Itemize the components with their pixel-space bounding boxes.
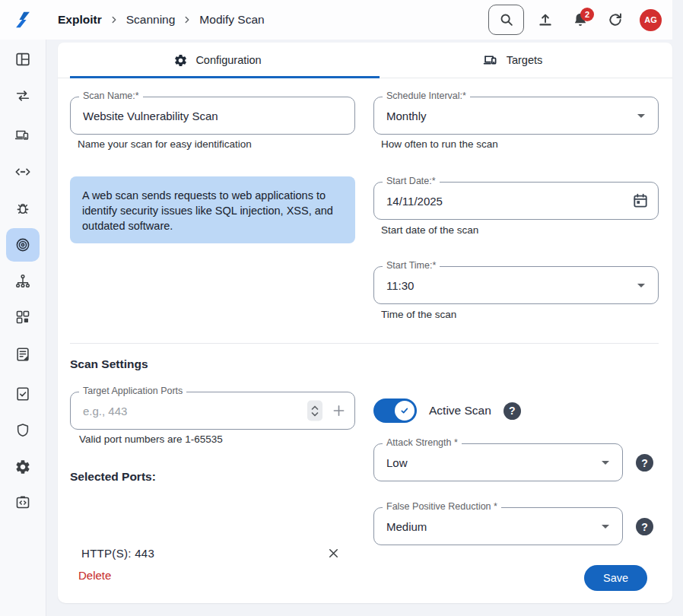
notifications-button[interactable]: 2 (567, 5, 594, 35)
sidebar-item-integrations[interactable] (6, 486, 40, 519)
breadcrumb: Exploitr Scanning Modify Scan (58, 0, 265, 40)
schedule-interval-label: Schedule Interval:* (383, 90, 470, 101)
scan-info-box: A web scan sends requests to web applica… (70, 176, 355, 243)
plus-icon (331, 403, 347, 419)
start-time-helper: Time of the scan (381, 309, 456, 320)
number-stepper[interactable] (307, 401, 322, 421)
chevron-down-icon[interactable] (596, 453, 615, 472)
sidebar-item-tasks[interactable] (6, 377, 40, 411)
tab-targets[interactable]: Targets (365, 43, 660, 78)
start-date-helper: Start date of the scan (381, 224, 478, 236)
section-divider (70, 343, 659, 344)
chevron-down-icon[interactable] (632, 276, 650, 294)
sidebar-item-sitemap[interactable] (6, 265, 40, 298)
sidebar-item-settings[interactable] (6, 450, 40, 484)
search-icon (498, 11, 515, 28)
modify-scan-panel: Configuration Targets Scan Name:* Name y… (58, 43, 672, 603)
active-scan-toggle[interactable] (373, 398, 417, 423)
upload-icon (537, 11, 554, 28)
false-positive-select[interactable]: False Positive Reduction * Medium (373, 507, 623, 545)
active-tab-indicator (70, 76, 380, 78)
chevron-down-icon[interactable] (632, 106, 650, 125)
integrations-icon (14, 494, 31, 511)
start-time-value: 11:30 (374, 279, 414, 292)
scan-target-icon (14, 237, 31, 253)
sidebar-item-bug[interactable] (6, 192, 40, 225)
chevron-down-icon[interactable] (596, 517, 615, 535)
active-scan-help-icon[interactable]: ? (504, 402, 521, 420)
scan-settings-title: Scan Settings (70, 357, 148, 371)
target-ports-input[interactable] (71, 405, 261, 418)
breadcrumb-chevron-icon (109, 14, 119, 25)
save-button[interactable]: Save (584, 565, 647, 591)
blocks-icon (14, 309, 31, 325)
breadcrumb-root[interactable]: Exploitr (58, 13, 102, 27)
attack-strength-value: Low (374, 456, 408, 469)
breadcrumb-section[interactable]: Scanning (126, 13, 176, 27)
refresh-button[interactable] (602, 5, 629, 35)
start-date-label: Start Date:* (383, 176, 440, 186)
sidebar-item-defense[interactable] (6, 414, 40, 447)
start-time-select[interactable]: Start Time:* 11:30 (373, 266, 659, 304)
active-scan-label: Active Scan (429, 404, 491, 418)
devices-icon (14, 127, 31, 144)
breadcrumb-page: Modify Scan (199, 13, 264, 27)
false-positive-value: Medium (374, 520, 427, 533)
upload-button[interactable] (532, 5, 559, 35)
tab-bar: Configuration Targets (58, 43, 672, 78)
sidebar-item-components[interactable] (6, 300, 40, 334)
settings-icon (14, 459, 31, 475)
app-logo-icon[interactable] (13, 10, 33, 30)
attack-strength-help-icon[interactable]: ? (636, 454, 653, 472)
refresh-icon (607, 11, 624, 28)
sidebar-nav (0, 40, 46, 616)
target-ports-field[interactable]: Target Application Ports (70, 392, 355, 430)
scan-name-helper: Name your scan for easy identification (78, 138, 252, 150)
breadcrumb-chevron-icon (182, 14, 192, 25)
header-actions: 2 AG (488, 0, 668, 40)
app-header: Exploitr Scanning Modify Scan 2 (0, 0, 672, 40)
false-positive-help-icon[interactable]: ? (636, 518, 653, 535)
tab-targets-label: Targets (507, 54, 543, 66)
schedule-interval-helper: How often to run the scan (381, 138, 498, 150)
sidebar-item-transfers[interactable] (6, 79, 40, 113)
sidebar-item-dashboard[interactable] (6, 43, 40, 76)
selected-ports-title: Selected Ports: (70, 470, 156, 484)
target-ports-helper: Valid port numbers are 1-65535 (79, 433, 223, 445)
code-icon (14, 164, 31, 180)
target-ports-label: Target Application Ports (79, 386, 186, 396)
search-button[interactable] (488, 5, 524, 35)
gear-icon (173, 53, 188, 68)
start-date-field[interactable]: Start Date:* 14/11/2025 (373, 182, 659, 220)
delete-button[interactable]: Delete (78, 569, 111, 582)
tab-configuration[interactable]: Configuration (70, 43, 365, 78)
scan-name-label: Scan Name:* (79, 90, 143, 101)
dashboard-icon (14, 51, 31, 68)
schedule-interval-value: Monthly (374, 110, 427, 122)
start-time-label: Start Time:* (383, 260, 440, 271)
remove-port-button[interactable] (323, 543, 344, 564)
notification-badge: 2 (580, 8, 594, 21)
attack-strength-select[interactable]: Attack Strength * Low (373, 443, 623, 481)
schedule-interval-select[interactable]: Schedule Interval:* Monthly (373, 97, 659, 135)
shield-icon (14, 422, 31, 439)
attack-strength-label: Attack Strength * (383, 437, 462, 448)
sidebar-item-code[interactable] (6, 155, 40, 189)
active-scan-row: Active Scan ? (373, 398, 521, 423)
scan-name-input[interactable] (71, 110, 329, 122)
report-icon (14, 346, 31, 363)
scan-name-field[interactable]: Scan Name:* (70, 97, 355, 135)
avatar[interactable]: AG (640, 9, 662, 31)
add-port-button[interactable] (331, 403, 347, 419)
false-positive-label: False Positive Reduction * (383, 501, 501, 512)
transfer-arrows-icon (14, 87, 31, 104)
selected-port-label: HTTP(S): 443 (70, 547, 154, 560)
toggle-check-icon (395, 401, 415, 421)
sitemap-icon (14, 273, 31, 290)
selected-port-item: HTTP(S): 443 (70, 543, 344, 564)
sidebar-item-reports[interactable] (6, 338, 40, 371)
sidebar-item-scanning[interactable] (6, 228, 40, 262)
calendar-icon[interactable] (632, 192, 649, 209)
tasks-icon (14, 386, 31, 402)
sidebar-item-devices[interactable] (6, 119, 40, 152)
